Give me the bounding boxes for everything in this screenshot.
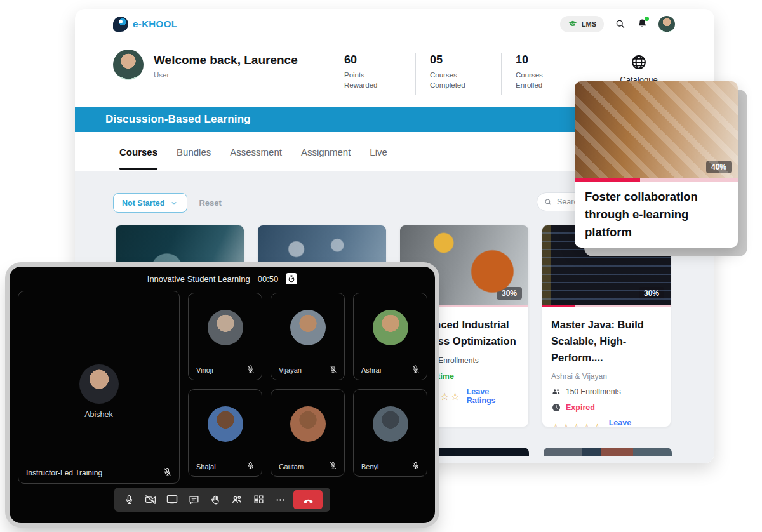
raise-hand-button[interactable] — [204, 488, 226, 512]
progress-fill — [542, 305, 575, 307]
welcome-title: Welcome back, Laurence — [154, 50, 298, 67]
section-banner-title: Discussion-Based Learning — [105, 113, 251, 126]
mic-off-icon — [411, 461, 420, 470]
participant-name: Vijayan — [279, 366, 302, 374]
tab-live[interactable]: Live — [370, 132, 387, 171]
participant-avatar — [79, 364, 119, 404]
progress-bar — [542, 305, 671, 307]
next-row-course-card — [544, 448, 672, 456]
more-options-button[interactable] — [269, 488, 291, 512]
mic-off-icon — [411, 364, 420, 374]
mic-button[interactable] — [118, 488, 140, 512]
progress-fill — [575, 178, 640, 182]
video-tile[interactable]: Vinoji — [188, 293, 262, 380]
mic-off-icon — [246, 461, 255, 470]
search-icon — [544, 197, 552, 206]
participant-name: Ashrai — [361, 366, 381, 374]
course-instructor: Ashrai & Vijayan — [551, 372, 662, 381]
tile-label: Instructor-Led Training — [26, 469, 102, 477]
video-tile[interactable]: Shajai — [188, 389, 262, 477]
stopwatch-button[interactable] — [286, 273, 297, 284]
tab-assignment[interactable]: Assignment — [301, 132, 351, 171]
rating-stars[interactable]: ☆☆☆☆☆ — [551, 422, 603, 427]
participant-avatar — [290, 406, 326, 442]
participant-name: Shajai — [196, 463, 216, 470]
participant-name: Benyl — [361, 463, 379, 470]
promo-course-title: Foster collaboration through e-learning … — [585, 188, 728, 241]
mic-off-icon — [328, 461, 338, 470]
meeting-title: Innovative Student Learning — [147, 274, 250, 284]
meeting-timer: 00:50 — [258, 274, 279, 284]
mic-off-icon — [246, 364, 255, 374]
camera-off-icon — [144, 493, 157, 506]
tab-assessment[interactable]: Assessment — [230, 132, 282, 171]
participant-grid: Vinoji Vijayan Ashrai — [188, 293, 427, 477]
app-header: e-KHOOL LMS — [75, 9, 714, 39]
layout-grid-button[interactable] — [248, 488, 269, 512]
promo-course-card[interactable]: 40% Foster collaboration through e-learn… — [575, 81, 738, 248]
enrollments-row: 150 Enrollments — [551, 387, 662, 397]
divider — [415, 53, 416, 95]
discount-badge: 30% — [497, 287, 522, 300]
graduation-cap-icon — [568, 19, 578, 29]
video-tile[interactable]: Gautam — [271, 389, 345, 477]
participant-avatar — [208, 310, 243, 345]
validity-row: Expired — [551, 402, 662, 413]
header-user-avatar[interactable] — [658, 16, 675, 32]
globe-icon — [630, 53, 648, 71]
clock-icon — [551, 402, 561, 413]
participant-name: Gautam — [279, 463, 304, 470]
participant-avatar — [373, 406, 408, 442]
video-tile[interactable]: Vijayan — [271, 293, 345, 380]
status-filter-dropdown[interactable]: Not Started — [113, 193, 187, 213]
notification-dot — [645, 17, 649, 21]
layout-grid-icon — [253, 494, 265, 506]
raise-hand-icon — [210, 494, 222, 506]
catalogue-button[interactable]: Catalogue — [601, 53, 676, 84]
leave-ratings-link[interactable]: Leave Ratings — [467, 387, 519, 405]
stat-label: Courses Enrolled — [516, 70, 578, 90]
ekhool-logo[interactable]: e-KHOOL — [113, 17, 177, 32]
notifications-button[interactable] — [636, 18, 648, 30]
ekhool-logo-text: e-KHOOL — [133, 18, 177, 29]
call-toolbar — [114, 488, 330, 512]
mic-off-icon — [328, 364, 338, 374]
participant-avatar — [290, 310, 326, 345]
people-icon — [551, 387, 561, 397]
tab-courses[interactable]: Courses — [119, 132, 157, 171]
video-tile[interactable]: Ashrai — [353, 293, 427, 380]
end-call-button[interactable] — [293, 490, 323, 509]
participants-icon — [231, 493, 243, 506]
chat-icon — [188, 494, 200, 506]
progress-bar — [575, 178, 738, 182]
screen-share-button[interactable] — [161, 488, 183, 512]
stat-points: 60 Points Rewarded — [344, 53, 415, 90]
lms-badge-label: LMS — [582, 20, 596, 28]
participants-button[interactable] — [226, 488, 248, 512]
leave-ratings-link[interactable]: Leave Ratings — [609, 418, 662, 427]
discount-badge: 30% — [639, 287, 664, 300]
screen: e-KHOOL LMS Welcome back, Laurence User — [0, 0, 762, 532]
enrollments-count: 150 Enrollments — [566, 387, 621, 396]
participant-name: Vinoji — [196, 366, 213, 374]
participant-name: Abishek — [18, 410, 179, 419]
tab-bundles[interactable]: Bundles — [177, 132, 211, 171]
mic-icon — [123, 494, 135, 506]
search-icon[interactable] — [614, 18, 626, 30]
status-filter-value: Not Started — [122, 199, 164, 208]
stat-value: 05 — [430, 53, 492, 67]
video-tile[interactable]: Benyl — [353, 389, 427, 477]
chat-button[interactable] — [183, 488, 204, 512]
mic-off-icon — [162, 467, 173, 477]
lms-badge[interactable]: LMS — [560, 16, 604, 32]
chevron-down-icon — [170, 199, 178, 208]
welcome-avatar — [113, 50, 144, 80]
meeting-header: Innovative Student Learning 00:50 — [10, 267, 435, 291]
more-dots-icon — [274, 494, 286, 506]
main-video-tile[interactable]: Abishek Instructor-Led Training — [18, 291, 180, 484]
stat-value: 60 — [344, 53, 406, 67]
reset-filters-link[interactable]: Reset — [199, 198, 221, 208]
screen-share-icon — [166, 493, 178, 506]
camera-off-button[interactable] — [140, 488, 161, 512]
discount-badge: 40% — [706, 161, 732, 173]
